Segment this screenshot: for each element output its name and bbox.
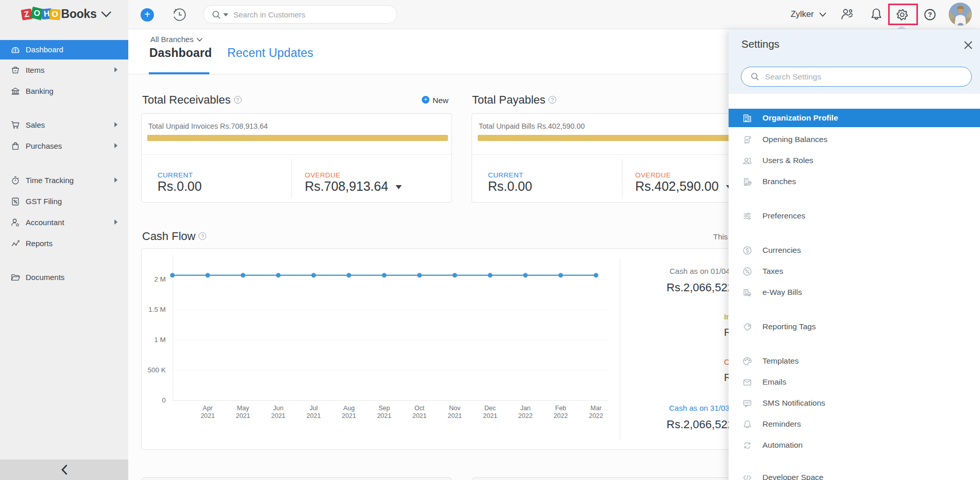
- svg-text:Jul: Jul: [309, 405, 318, 412]
- svg-text:SMS: SMS: [744, 402, 750, 404]
- svg-text:Feb: Feb: [555, 405, 566, 412]
- svg-text:May: May: [237, 405, 249, 412]
- svg-text:2021: 2021: [483, 412, 497, 419]
- svg-text:Apr: Apr: [203, 405, 212, 412]
- svg-text:2021: 2021: [306, 412, 321, 419]
- svg-text:2022: 2022: [554, 412, 568, 419]
- svg-text:2021: 2021: [201, 412, 215, 419]
- svg-text:?: ?: [928, 11, 932, 18]
- svg-text:2 M: 2 M: [154, 275, 166, 283]
- svg-text:Aug: Aug: [343, 405, 355, 412]
- svg-text:Dec: Dec: [484, 405, 496, 412]
- svg-text:Jan: Jan: [520, 405, 531, 412]
- svg-text:Mar: Mar: [591, 405, 602, 412]
- svg-text:2021: 2021: [271, 412, 285, 419]
- svg-text:2021: 2021: [413, 412, 427, 419]
- svg-text:2021: 2021: [447, 412, 462, 419]
- svg-text:2022: 2022: [518, 412, 533, 419]
- svg-text:2021: 2021: [377, 412, 391, 419]
- svg-text:2021: 2021: [342, 412, 356, 419]
- svg-text:Oct: Oct: [415, 405, 425, 412]
- svg-text:2021: 2021: [236, 412, 250, 419]
- svg-text:Sep: Sep: [379, 405, 390, 412]
- svg-text:0: 0: [162, 396, 166, 404]
- svg-text:1.5 M: 1.5 M: [148, 306, 166, 313]
- svg-text:2022: 2022: [589, 412, 603, 419]
- svg-text:1 M: 1 M: [154, 336, 166, 344]
- svg-text:Jun: Jun: [273, 405, 283, 412]
- svg-text:500 K: 500 K: [148, 366, 166, 374]
- svg-text:Nov: Nov: [449, 405, 461, 412]
